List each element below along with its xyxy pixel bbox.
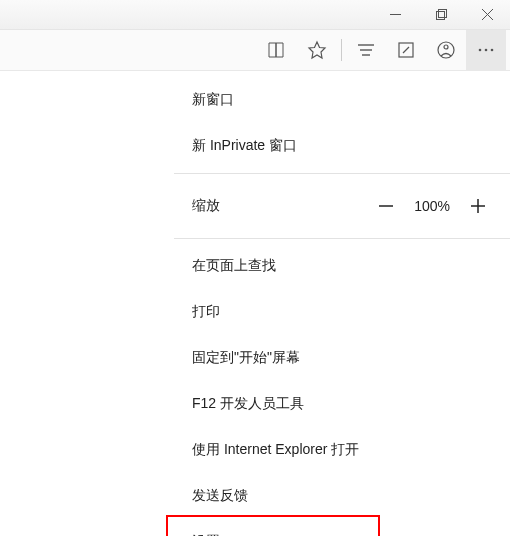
more-icon: [476, 40, 496, 60]
maximize-button[interactable]: [418, 0, 464, 30]
toolbar: [0, 30, 510, 71]
star-icon: [307, 40, 327, 60]
page-blank: [0, 71, 174, 536]
reading-list-icon: [267, 40, 287, 60]
menu-divider: [174, 238, 510, 239]
svg-point-13: [491, 49, 494, 52]
maximize-icon: [436, 9, 447, 20]
zoom-in-button[interactable]: [464, 192, 492, 220]
reading-list-button[interactable]: [257, 30, 297, 70]
menu-send-feedback[interactable]: 发送反馈: [174, 473, 510, 519]
more-menu: 新窗口 新 InPrivate 窗口 缩放 100% 在页面上查找 打印 固定到…: [174, 71, 510, 536]
menu-print[interactable]: 打印: [174, 289, 510, 335]
web-note-button[interactable]: [386, 30, 426, 70]
menu-pin-to-start[interactable]: 固定到"开始"屏幕: [174, 335, 510, 381]
svg-point-11: [479, 49, 482, 52]
favorite-button[interactable]: [297, 30, 337, 70]
svg-rect-1: [436, 12, 444, 20]
hub-icon: [356, 40, 376, 60]
svg-rect-2: [438, 10, 446, 18]
titlebar: [0, 0, 510, 30]
share-button[interactable]: [426, 30, 466, 70]
zoom-value: 100%: [414, 198, 450, 214]
browser-window: 新窗口 新 InPrivate 窗口 缩放 100% 在页面上查找 打印 固定到…: [0, 0, 510, 536]
zoom-controls: 100%: [372, 192, 492, 220]
note-icon: [396, 40, 416, 60]
toolbar-separator: [341, 39, 342, 61]
close-icon: [482, 9, 493, 20]
zoom-label: 缩放: [192, 197, 220, 215]
menu-zoom: 缩放 100%: [174, 178, 510, 234]
svg-point-12: [485, 49, 488, 52]
menu-find[interactable]: 在页面上查找: [174, 243, 510, 289]
more-button[interactable]: [466, 30, 506, 70]
menu-dev-tools[interactable]: F12 开发人员工具: [174, 381, 510, 427]
svg-point-10: [444, 45, 448, 49]
plus-icon: [469, 197, 487, 215]
zoom-out-button[interactable]: [372, 192, 400, 220]
menu-new-inprivate[interactable]: 新 InPrivate 窗口: [174, 123, 510, 169]
content-area: 新窗口 新 InPrivate 窗口 缩放 100% 在页面上查找 打印 固定到…: [0, 71, 510, 536]
close-button[interactable]: [464, 0, 510, 30]
share-icon: [436, 40, 456, 60]
menu-settings[interactable]: 设置: [174, 519, 510, 536]
menu-divider: [174, 173, 510, 174]
hub-button[interactable]: [346, 30, 386, 70]
minus-icon: [377, 197, 395, 215]
menu-new-window[interactable]: 新窗口: [174, 77, 510, 123]
minimize-icon: [390, 9, 401, 20]
menu-open-in-ie[interactable]: 使用 Internet Explorer 打开: [174, 427, 510, 473]
minimize-button[interactable]: [372, 0, 418, 30]
